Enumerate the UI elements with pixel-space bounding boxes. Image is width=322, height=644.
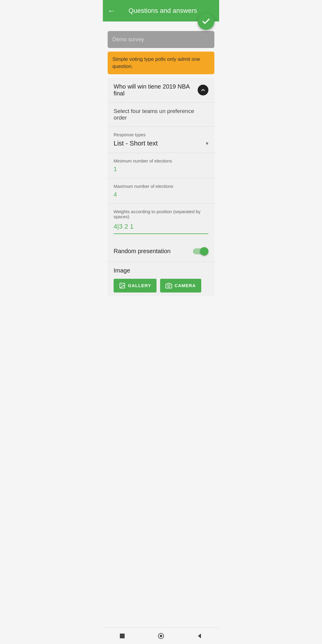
image-section: Image GALLERY CAMERA: [108, 262, 214, 296]
confirm-fab[interactable]: [198, 13, 214, 30]
app-header: ← Questions and answers: [103, 0, 219, 21]
camera-button[interactable]: CAMERA: [160, 279, 201, 292]
random-presentation-row: Random presentation: [108, 241, 214, 262]
warning-banner: Simple voting type polls only admit one …: [108, 52, 214, 74]
random-presentation-toggle[interactable]: [193, 247, 208, 256]
question-title: Who will win tiene 2019 NBA final: [114, 83, 194, 97]
gallery-button[interactable]: GALLERY: [114, 279, 157, 292]
max-elections-row[interactable]: Maximum number of elections 4: [108, 178, 214, 204]
gallery-button-label: GALLERY: [128, 283, 151, 288]
svg-point-2: [168, 285, 170, 287]
question-subtitle-row: Select four teams un preference order: [108, 103, 214, 127]
svg-point-1: [121, 284, 122, 285]
min-elections-row[interactable]: Minimum number of elections 1: [108, 153, 214, 178]
survey-name-container: [103, 26, 219, 48]
weight-underline: [114, 233, 208, 234]
weights-label: Weights according to position (separated…: [114, 209, 208, 219]
question-card: Who will win tiene 2019 NBA final Select…: [108, 78, 214, 296]
camera-icon: [165, 282, 172, 289]
question-subtitle: Select four teams un preference order: [114, 108, 194, 121]
weights-value[interactable]: 4|3 2 1: [114, 222, 208, 232]
max-elections-value: 4: [114, 191, 208, 198]
weights-row[interactable]: Weights according to position (separated…: [108, 204, 214, 241]
image-label: Image: [114, 267, 208, 274]
survey-name-input[interactable]: [108, 31, 214, 48]
max-elections-label: Maximum number of elections: [114, 184, 208, 189]
image-buttons: GALLERY CAMERA: [114, 279, 208, 292]
min-elections-value: 1: [114, 166, 208, 173]
toggle-thumb: [200, 247, 208, 256]
chevron-up-icon: [200, 87, 206, 93]
response-types-label: Response types: [114, 132, 208, 137]
expand-button[interactable]: [198, 85, 208, 95]
response-types-row[interactable]: Response types List - Short text ▾: [108, 127, 214, 153]
check-icon: [202, 17, 210, 26]
gallery-icon: [119, 282, 126, 289]
dropdown-arrow-icon: ▾: [206, 140, 208, 147]
min-elections-label: Minimum number of elections: [114, 158, 208, 163]
response-type-value: List - Short text: [114, 140, 206, 147]
camera-button-label: CAMERA: [174, 283, 196, 288]
warning-text: Simple voting type polls only admit one …: [112, 56, 200, 69]
random-presentation-label: Random presentation: [114, 248, 171, 255]
page-title: Questions and answers: [120, 7, 205, 15]
back-button[interactable]: ←: [108, 7, 115, 15]
question-title-row: Who will win tiene 2019 NBA final: [108, 78, 214, 103]
